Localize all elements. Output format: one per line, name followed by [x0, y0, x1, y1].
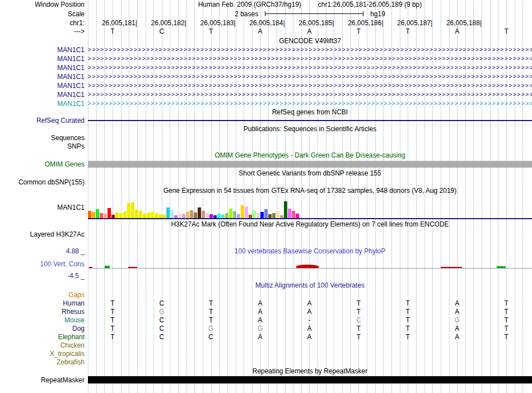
gtex-bar[interactable] — [241, 205, 244, 218]
gtex-bar[interactable] — [147, 212, 150, 218]
multiz-title[interactable]: Multiz Alignments of 100 Vertebrates — [255, 281, 365, 289]
gene-arrows[interactable]: >>>>>>>>>>>>>>>>>>>>>>>>>>>>>>>>>>>>>>>>… — [88, 90, 532, 99]
gtex-bar[interactable] — [158, 214, 162, 218]
gtex-bar[interactable] — [123, 211, 127, 218]
gencode-title[interactable]: GENCODE V49lift37 — [279, 37, 341, 45]
omim-bar[interactable] — [88, 161, 532, 168]
omim-title[interactable]: OMIM Gene Phenotypes - Dark Green Can Be… — [214, 151, 405, 159]
dbsnp-track-label[interactable]: Common dbSNP(155) — [0, 178, 88, 186]
species-label[interactable]: Mouse — [0, 316, 88, 324]
gtex-bar[interactable] — [143, 214, 146, 218]
gtex-bar[interactable] — [104, 214, 107, 218]
gtex-bar[interactable] — [264, 209, 268, 218]
gtex-bar[interactable] — [100, 213, 103, 218]
refseq-track-label[interactable]: RefSeq Curated — [0, 117, 88, 124]
gtex-bar[interactable] — [217, 214, 221, 218]
alignment-base: G — [137, 307, 186, 316]
gtex-track[interactable] — [88, 195, 532, 219]
gene-label[interactable]: MAN1C1 — [0, 73, 88, 81]
snps-row: SNPs — [0, 142, 532, 150]
gtex-bar[interactable] — [151, 212, 154, 218]
alignment-base: T — [482, 299, 531, 307]
gtex-bar[interactable] — [115, 212, 119, 218]
gtex-bar[interactable] — [209, 214, 213, 218]
gtex-bar[interactable] — [194, 212, 197, 218]
repeatmasker-title[interactable]: Repeating Elements by RepeatMasker — [253, 367, 367, 375]
refseq-title[interactable]: RefSeq genes from NCBI — [272, 108, 348, 116]
gene-label[interactable]: MAN1C1 — [0, 100, 88, 108]
gene-arrows[interactable]: >>>>>>>>>>>>>>>>>>>>>>>>>>>>>>>>>>>>>>>>… — [88, 54, 532, 63]
gtex-bar[interactable] — [245, 207, 248, 218]
gtex-bar[interactable] — [256, 212, 260, 218]
gtex-bar[interactable] — [202, 211, 205, 218]
gtex-bar[interactable] — [186, 211, 189, 218]
snps-track-label[interactable]: SNPs — [0, 142, 88, 150]
gene-label[interactable]: MAN1C1 — [0, 82, 88, 90]
omim-track[interactable] — [88, 160, 532, 168]
gtex-bar[interactable] — [131, 202, 134, 218]
gtex-bar[interactable] — [253, 210, 256, 218]
gtex-bar[interactable] — [108, 208, 111, 218]
gene-arrows[interactable]: >>>>>>>>>>>>>>>>>>>>>>>>>>>>>>>>>>>>>>>>… — [88, 72, 532, 81]
omim-track-label[interactable]: OMIM Genes — [0, 160, 88, 168]
gtex-bar[interactable] — [182, 214, 185, 218]
publications-title[interactable]: Publications: Sequences in Scientific Ar… — [244, 125, 376, 133]
gene-label[interactable]: MAN1C1 — [0, 46, 88, 54]
gtex-bar[interactable] — [96, 209, 99, 218]
gtex-bar[interactable] — [135, 210, 138, 218]
gtex-bar[interactable] — [292, 211, 295, 218]
gtex-bar[interactable] — [276, 211, 279, 218]
gtex-bar[interactable] — [170, 210, 174, 218]
gene-arrows[interactable]: >>>>>>>>>>>>>>>>>>>>>>>>>>>>>>>>>>>>>>>>… — [88, 45, 532, 54]
scale-bar — [265, 11, 363, 16]
species-label[interactable]: X_tropicalis — [0, 350, 88, 358]
gtex-track-label[interactable]: MAN1C1 — [0, 204, 88, 211]
gtex-bar[interactable] — [272, 213, 276, 218]
species-row: HumanTCTAATTAT — [0, 299, 532, 307]
species-label[interactable]: Human — [0, 299, 88, 307]
gtex-bar[interactable] — [225, 213, 228, 218]
sequences-track-label[interactable]: Sequences — [0, 134, 88, 142]
repeatmasker-track-label[interactable]: RepeatMasker — [0, 376, 88, 384]
gtex-bar[interactable] — [178, 214, 181, 218]
gtex-bar[interactable] — [288, 209, 291, 218]
gtex-bar[interactable] — [119, 213, 123, 218]
repeatmasker-track[interactable] — [88, 376, 532, 384]
gtex-bar[interactable] — [155, 213, 158, 218]
species-label[interactable]: Rhesus — [0, 308, 88, 316]
h3k27ac-track-label[interactable]: Layered H3K27Ac — [0, 229, 88, 238]
gtex-bar[interactable] — [296, 214, 299, 218]
conservation-track-label[interactable]: 100 Vert. Cons — [40, 260, 85, 268]
dbsnp-title[interactable]: Short Genetic Variants from dbSNP releas… — [239, 169, 381, 177]
gene-arrows[interactable]: >>>>>>>>>>>>>>>>>>>>>>>>>>>>>>>>>>>>>>>>… — [88, 81, 532, 90]
gtex-bar[interactable] — [233, 211, 236, 218]
gtex-bar[interactable] — [237, 214, 240, 218]
gene-label[interactable]: MAN1C1 — [0, 91, 88, 99]
gene-label[interactable]: MAN1C1 — [0, 55, 88, 63]
gtex-title[interactable]: Gene Expression in 54 tissues from GTEx … — [164, 187, 457, 195]
conservation-title[interactable]: 100 vertebrates Basewise Conservation by… — [88, 247, 532, 255]
species-label[interactable]: Elephant — [0, 333, 88, 341]
species-label[interactable]: Zebrafish — [0, 358, 88, 366]
gtex-bar[interactable] — [127, 203, 130, 218]
gtex-bar[interactable] — [229, 209, 232, 218]
gtex-bar[interactable] — [260, 212, 264, 218]
gtex-bar[interactable] — [166, 207, 170, 218]
gtex-bar[interactable] — [206, 213, 209, 218]
h3k27ac-title[interactable]: H3K27Ac Mark (Often Found Near Active Re… — [171, 220, 449, 228]
gtex-bar[interactable] — [139, 211, 142, 218]
gtex-bar[interactable] — [198, 207, 201, 218]
species-label[interactable]: Chicken — [0, 341, 88, 349]
gtex-bar[interactable] — [88, 211, 91, 218]
species-label[interactable]: Gaps — [0, 291, 88, 299]
gene-arrows[interactable]: >>>>>>>>>>>>>>>>>>>>>>>>>>>>>>>>>>>>>>>>… — [88, 99, 532, 108]
gene-label[interactable]: MAN1C1 — [0, 64, 88, 72]
gtex-bar[interactable] — [268, 214, 272, 218]
refseq-track[interactable] — [88, 116, 532, 124]
gtex-bar[interactable] — [190, 210, 193, 218]
conservation-plot[interactable]: 100 vertebrates Basewise Conservation by… — [88, 247, 532, 280]
gene-arrows[interactable]: >>>>>>>>>>>>>>>>>>>>>>>>>>>>>>>>>>>>>>>>… — [88, 63, 532, 72]
gtex-bar[interactable] — [284, 201, 287, 218]
gtex-bar[interactable] — [92, 212, 95, 218]
species-label[interactable]: Dog — [0, 325, 88, 332]
